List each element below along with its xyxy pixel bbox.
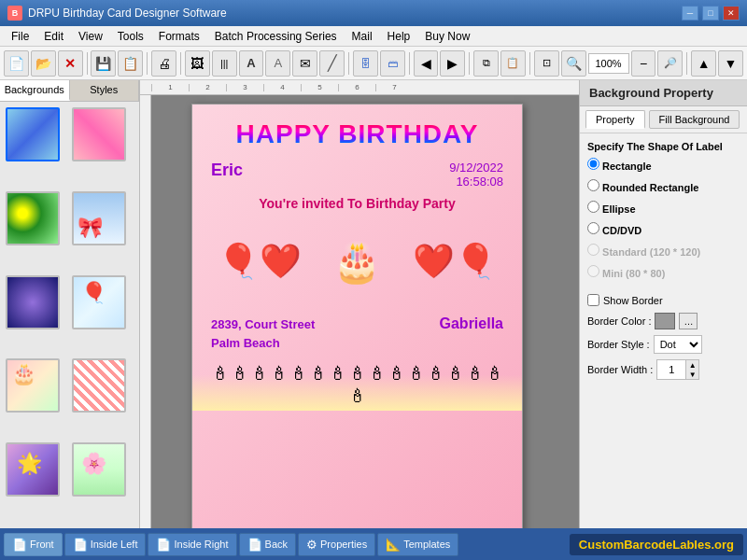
shape-ellipse[interactable]: Ellipse — [587, 201, 740, 215]
tab-front[interactable]: 📄 Front — [4, 533, 63, 556]
tb-image[interactable]: 🖼 — [185, 50, 210, 77]
bg-thumb-8[interactable] — [72, 358, 126, 413]
tb-text2[interactable]: A — [265, 50, 290, 77]
menu-help[interactable]: Help — [380, 28, 418, 45]
menu-tools[interactable]: Tools — [110, 28, 151, 45]
menu-edit[interactable]: Edit — [36, 28, 71, 45]
tb-print[interactable]: 🖨 — [151, 50, 176, 77]
tab-back[interactable]: 📄 Back — [239, 533, 296, 556]
tb-paste[interactable]: 📋 — [500, 50, 526, 77]
border-width-input[interactable]: 1 — [657, 360, 685, 379]
bg-thumb-2[interactable] — [72, 107, 126, 161]
tab-inside-right[interactable]: 📄 Inside Right — [148, 533, 236, 556]
tb-copy[interactable]: ⧉ — [473, 50, 499, 77]
bg-thumb-10[interactable]: 🌸 — [72, 442, 126, 497]
bg-thumb-5[interactable] — [6, 275, 60, 329]
prop-tab-bar: Property Fill Background — [580, 106, 747, 133]
tb-sep-6 — [469, 52, 470, 75]
tab-property[interactable]: Property — [585, 110, 645, 129]
shape-label: Specify The Shape Of Label — [587, 141, 740, 152]
border-style-row: Border Style : Dot Solid Dash — [587, 332, 740, 357]
tab-inside-left[interactable]: 📄 Inside Left — [64, 533, 147, 556]
candles-decoration: 🕯🕯🕯🕯🕯🕯🕯🕯🕯🕯🕯🕯🕯🕯🕯🕯 — [192, 359, 522, 411]
border-width-label: Border Width : — [587, 364, 653, 375]
shape-cddvd[interactable]: CD/DVD — [587, 222, 740, 236]
tb-sep-2 — [147, 52, 148, 75]
menu-buynow[interactable]: Buy Now — [417, 28, 477, 45]
balloon-right: ❤️🎈 — [413, 242, 497, 281]
menu-formats[interactable]: Formats — [151, 28, 207, 45]
toolbar: 📄 📂 ✕ 💾 📋 🖨 🖼 ||| A A ✉ ╱ 🗄 🗃 ◀ ▶ ⧉ 📋 ⊡ … — [0, 47, 747, 80]
tb-down[interactable]: ▼ — [718, 50, 743, 77]
tb-up[interactable]: ▲ — [691, 50, 716, 77]
bg-thumb-6[interactable]: 🎈 — [72, 275, 126, 329]
menu-batch[interactable]: Batch Processing Series — [207, 28, 345, 45]
tb-db1[interactable]: 🗄 — [353, 50, 378, 77]
shape-rounded-rectangle[interactable]: Rounded Rectangle — [587, 179, 740, 193]
menu-mail[interactable]: Mail — [345, 28, 380, 45]
spinner-down[interactable]: ▼ — [685, 370, 698, 379]
tb-barcode[interactable]: ||| — [212, 50, 237, 77]
tb-email[interactable]: ✉ — [292, 50, 317, 77]
tb-fit[interactable]: ⊡ — [534, 50, 559, 77]
close-button[interactable]: ✕ — [723, 6, 740, 21]
border-width-row: Border Width : 1 ▲ ▼ — [587, 357, 740, 383]
tab-properties[interactable]: ⚙ Properties — [298, 533, 375, 556]
tab-styles[interactable]: Styles — [70, 80, 140, 101]
border-color-picker-btn[interactable]: … — [679, 313, 698, 329]
shape-rectangle[interactable]: Rectangle — [587, 158, 740, 172]
tb-new[interactable]: 📄 — [4, 50, 29, 77]
app-icon: B — [7, 6, 22, 21]
border-color-swatch[interactable] — [655, 313, 675, 329]
tab-front-label: Front — [30, 539, 54, 550]
tb-close[interactable]: ✕ — [58, 50, 83, 77]
backgrounds-grid: 🎀 🎈 🎂 🌟 🌸 — [0, 102, 139, 528]
birthday-card[interactable]: HAPPY BIRTHDAY Eric 9/12/2022 16:58:08 Y… — [191, 104, 523, 528]
bottom-bar: 📄 Front 📄 Inside Left 📄 Inside Right 📄 B… — [0, 528, 747, 560]
card-address-row: 2839, Court Street Palm Beach Gabriella — [192, 308, 522, 359]
bg-thumb-4[interactable]: 🎀 — [72, 191, 126, 245]
panel-tab-bar: Backgrounds Styles — [0, 80, 139, 102]
tb-text[interactable]: A — [239, 50, 264, 77]
show-border-checkbox[interactable] — [587, 294, 599, 306]
right-panel-header: Background Property — [580, 80, 747, 106]
tb-zoomin[interactable]: 🔍 — [561, 50, 586, 77]
minimize-button[interactable]: ─ — [682, 6, 698, 21]
tb-line[interactable]: ╱ — [319, 50, 345, 77]
maximize-button[interactable]: □ — [702, 6, 719, 21]
tab-back-label: Back — [265, 539, 288, 550]
tb-zoomdec[interactable]: − — [631, 50, 656, 77]
tb-open[interactable]: 📂 — [31, 50, 56, 77]
tb-saveas[interactable]: 📋 — [118, 50, 143, 77]
bg-thumb-3[interactable] — [6, 191, 60, 245]
tb-sep-5 — [409, 52, 410, 75]
show-border-label: Show Border — [603, 295, 663, 306]
card-info-row: Eric 9/12/2022 16:58:08 — [192, 157, 522, 192]
border-color-label: Border Color : — [587, 315, 651, 327]
bg-thumb-7[interactable]: 🎂 — [6, 358, 60, 413]
border-color-row: Border Color : … — [587, 310, 740, 332]
menu-view[interactable]: View — [71, 28, 110, 45]
inside-left-icon: 📄 — [73, 538, 88, 552]
tab-fill-background[interactable]: Fill Background — [649, 110, 740, 129]
tb-zoomout[interactable]: 🔎 — [657, 50, 683, 77]
main-area: Backgrounds Styles 🎀 🎈 🎂 🌟 🌸 — [0, 80, 747, 528]
tb-undo[interactable]: ◀ — [414, 50, 439, 77]
menu-file[interactable]: File — [4, 28, 36, 45]
tab-backgrounds[interactable]: Backgrounds — [0, 80, 70, 101]
zoom-display: 100% — [588, 53, 629, 74]
tb-sep-4 — [348, 52, 349, 75]
spinner-up[interactable]: ▲ — [685, 360, 698, 370]
website-badge: CustomBarcodeLables.org — [570, 534, 743, 555]
tb-db2[interactable]: 🗃 — [380, 50, 405, 77]
tb-redo[interactable]: ▶ — [440, 50, 465, 77]
card-date: 9/12/2022 16:58:08 — [449, 161, 503, 189]
birthday-cake: 🎂 — [332, 239, 381, 285]
card-recipient: Gabriella — [440, 315, 503, 332]
border-style-select[interactable]: Dot Solid Dash — [654, 335, 702, 354]
zoom-input[interactable]: 100% — [588, 53, 629, 74]
tab-templates[interactable]: 📐 Templates — [377, 533, 458, 556]
bg-thumb-9[interactable]: 🌟 — [6, 442, 60, 497]
bg-thumb-1[interactable] — [6, 107, 60, 161]
tb-save[interactable]: 💾 — [91, 50, 116, 77]
